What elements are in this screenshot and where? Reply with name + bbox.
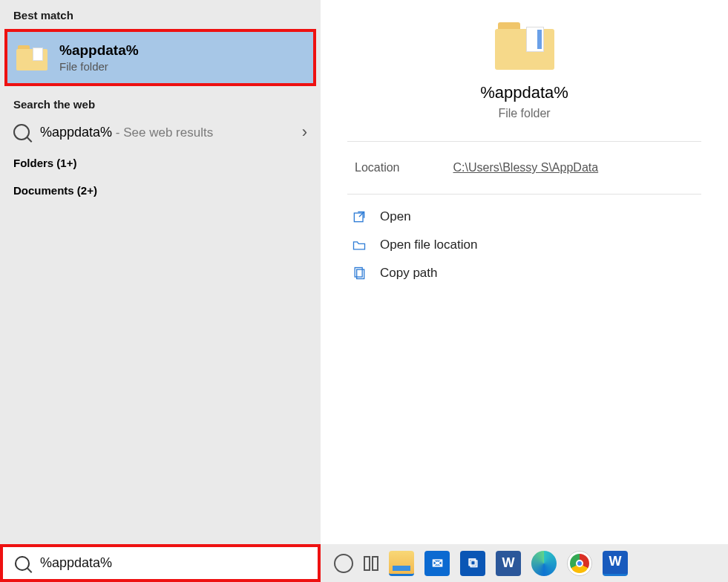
- search-input[interactable]: [40, 555, 306, 571]
- best-match-label: Best match: [0, 0, 321, 26]
- best-match-title: %appdata%: [59, 42, 139, 59]
- search-web-row[interactable]: %appdata% - See web results ›: [0, 115, 321, 149]
- open-action[interactable]: Open: [352, 209, 697, 224]
- detail-panel: %appdata% File folder Location C:\Users\…: [321, 0, 728, 544]
- folder-icon: [495, 22, 554, 70]
- taskbar: ✉ ⧉: [321, 544, 728, 582]
- edge-icon[interactable]: [531, 551, 557, 576]
- start-search-bar[interactable]: [0, 544, 321, 582]
- detail-hero: %appdata% File folder: [347, 22, 701, 142]
- detail-location-row: Location C:\Users\Blessy S\AppData: [347, 142, 701, 194]
- folder-open-icon: [352, 238, 367, 252]
- chrome-icon[interactable]: [567, 551, 592, 576]
- best-match-result[interactable]: %appdata% File folder: [4, 29, 316, 86]
- copy-icon: [352, 266, 367, 281]
- word-icon[interactable]: [496, 551, 521, 576]
- action-label: Open: [380, 209, 411, 224]
- web-search-hint: - See web results: [112, 125, 213, 140]
- search-results-panel: Best match %appdata% File folder Search …: [0, 0, 321, 544]
- location-label: Location: [355, 161, 400, 174]
- detail-actions: Open Open file location Copy path: [347, 194, 701, 295]
- cortana-icon[interactable]: [334, 554, 353, 573]
- task-view-icon[interactable]: [364, 556, 378, 571]
- web-search-term: %appdata%: [40, 125, 112, 140]
- search-icon: [15, 556, 30, 571]
- folders-group[interactable]: Folders (1+): [0, 149, 321, 177]
- copy-path-action[interactable]: Copy path: [352, 266, 697, 281]
- action-label: Copy path: [380, 266, 438, 281]
- open-icon: [352, 209, 367, 224]
- word-app-icon[interactable]: [603, 551, 628, 576]
- location-path-link[interactable]: C:\Users\Blessy S\AppData: [453, 161, 599, 174]
- action-label: Open file location: [380, 238, 477, 252]
- chevron-right-icon: ›: [302, 122, 307, 142]
- detail-subtitle: File folder: [498, 107, 550, 120]
- open-file-location-action[interactable]: Open file location: [352, 238, 697, 252]
- file-explorer-icon[interactable]: [389, 551, 414, 576]
- microsoft-store-icon[interactable]: ⧉: [460, 551, 485, 576]
- best-match-subtitle: File folder: [59, 60, 139, 73]
- search-web-label: Search the web: [0, 89, 321, 115]
- documents-group[interactable]: Documents (2+): [0, 177, 321, 204]
- folder-icon: [16, 45, 47, 71]
- detail-title: %appdata%: [480, 83, 568, 102]
- mail-icon[interactable]: ✉: [424, 551, 450, 576]
- search-icon: [13, 124, 30, 140]
